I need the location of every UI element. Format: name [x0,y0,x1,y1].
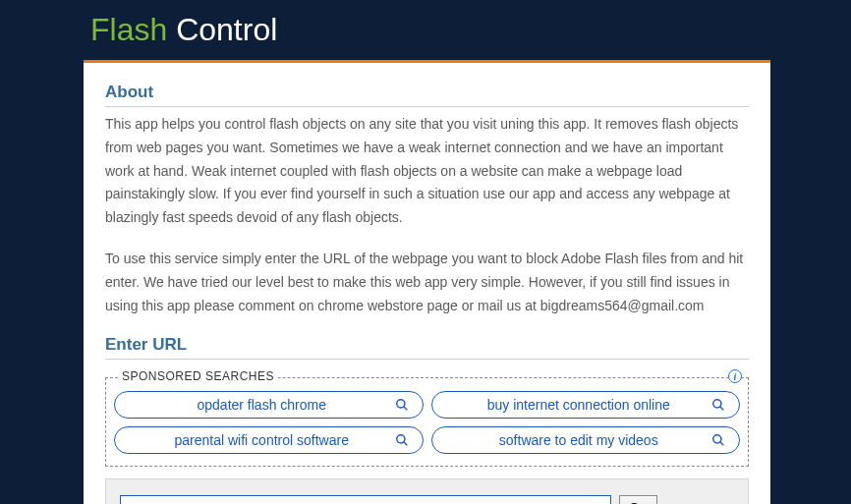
sponsored-item-0[interactable]: opdater flash chrome [114,391,424,419]
sponsored-item-label: parental wifi control software [129,432,395,448]
go-button[interactable]: Go [619,495,657,504]
svg-point-2 [713,400,721,408]
logo-part-control: Control [176,12,277,47]
sponsored-item-label: software to edit my videos [446,432,712,448]
app-header: Flash Control [0,0,851,60]
sponsored-item-1[interactable]: buy internet connection online [431,391,741,419]
search-icon [711,398,725,412]
url-input[interactable] [120,495,611,504]
svg-point-0 [396,400,404,408]
logo-part-flash: Flash [90,12,167,47]
sponsored-item-2[interactable]: parental wifi control software [114,426,424,454]
search-icon [711,433,725,447]
sponsored-item-label: buy internet connection online [446,397,712,413]
about-text-2: To use this service simply enter the URL… [105,248,749,317]
sponsored-item-label: opdater flash chrome [129,397,395,413]
svg-point-4 [396,435,404,443]
svg-point-6 [713,435,721,443]
about-heading: About [105,83,749,107]
url-entry-box: Go [options] [105,478,749,504]
main-content: About This app helps you control flash o… [84,63,770,504]
search-icon [395,433,409,447]
sponsored-header: SPONSORED SEARCHES i [114,369,740,383]
sponsored-searches-box: SPONSORED SEARCHES i opdater flash chrom… [105,377,749,467]
enter-url-heading: Enter URL [105,335,749,360]
svg-line-5 [403,442,407,446]
sponsored-item-3[interactable]: software to edit my videos [431,426,741,454]
search-icon [395,398,409,412]
about-text-1: This app helps you control flash objects… [105,113,749,230]
info-icon[interactable]: i [728,369,742,383]
sponsored-label: SPONSORED SEARCHES [118,369,278,383]
svg-line-3 [720,407,724,411]
app-logo: Flash Control [90,12,851,48]
sponsored-items: opdater flash chrome buy internet connec… [114,391,740,454]
svg-line-1 [403,407,407,411]
svg-line-7 [720,442,724,446]
